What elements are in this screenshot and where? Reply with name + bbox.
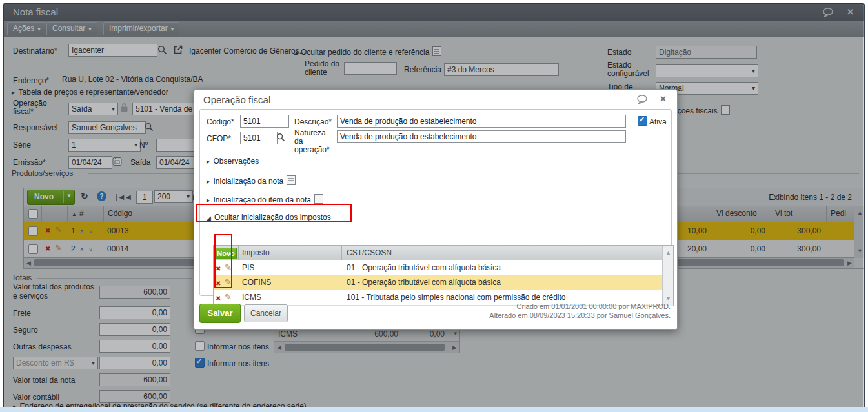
col-header-cst[interactable]: CST/CSOSN	[347, 248, 392, 257]
imposto-row[interactable]: COFINS 01 - Operação tributável com alíq…	[214, 275, 663, 291]
chat-icon[interactable]	[636, 95, 649, 106]
toggle-inicializacao-item-label: Inicialização do item da nota	[214, 195, 311, 204]
cell-divider	[238, 246, 239, 260]
codigo-label: Código*	[207, 117, 234, 126]
note-icon[interactable]	[314, 194, 323, 204]
toggle-inicializacao-nota[interactable]: Inicialização da nota	[207, 175, 296, 186]
impostos-table: Novo Imposto CST/CSOSN PIS 01 - Operação…	[213, 245, 674, 306]
operacao-fiscal-modal: Operação fiscal Código* 5101 Descrição* …	[194, 89, 678, 330]
descricao-label: Descrição*	[294, 117, 332, 126]
cfop-input[interactable]: 5101	[240, 132, 278, 144]
close-icon[interactable]	[660, 94, 667, 104]
cell-cst: 01 - Operação tributável com alíquota bá…	[347, 278, 501, 287]
toggle-observacoes[interactable]: Observações	[207, 157, 259, 166]
search-icon[interactable]	[276, 133, 285, 144]
cell-imposto: ICMS	[242, 293, 261, 302]
cancel-button[interactable]: Cancelar	[244, 304, 288, 322]
delete-row-icon[interactable]	[216, 293, 221, 302]
annotation-box-ocultar-impostos	[196, 204, 352, 222]
codigo-input[interactable]: 5101	[240, 115, 289, 128]
ativa-label: Ativa	[649, 117, 667, 126]
descricao-input[interactable]: Venda de produção do estabelecimento	[337, 115, 626, 128]
window-bottom-edge	[0, 407, 868, 412]
toggle-observacoes-label: Observações	[214, 157, 259, 166]
ativa-checkbox[interactable]	[638, 116, 647, 126]
cell-imposto: COFINS	[242, 278, 271, 287]
annotation-box-edit-icons	[214, 234, 232, 288]
impostos-table-header: Novo Imposto CST/CSOSN	[214, 246, 663, 261]
imposto-row[interactable]: PIS 01 - Operação tributável com alíquot…	[214, 260, 663, 276]
cell-imposto: PIS	[242, 263, 254, 272]
cancel-button-label: Cancelar	[250, 309, 281, 318]
audit-created-text: Criado em 01/01/2001 00:00:00 por MAXIPR…	[517, 302, 671, 310]
cfop-label: CFOP*	[207, 134, 231, 143]
toggle-inicializacao-item[interactable]: Inicialização do item da nota	[207, 194, 323, 204]
scroll-up-icon[interactable]: ▲	[665, 250, 671, 256]
vertical-scrollbar[interactable]: ▲ ▼	[662, 246, 673, 306]
modal-title: Operação fiscal	[203, 94, 270, 105]
audit-modified-text: Alterado em 08/09/2023 15:20:33 por Samu…	[489, 311, 671, 319]
natureza-operacao-label: Natureza da operação*	[294, 129, 332, 154]
cell-cst: 01 - Operação tributável com alíquota bá…	[347, 263, 501, 272]
save-button[interactable]: Salvar	[199, 304, 241, 323]
modal-content-box: Código* 5101 Descrição* Venda de produçã…	[199, 109, 672, 296]
edit-row-icon[interactable]	[225, 292, 232, 302]
cell-cst: 101 - Tributada pelo simples nacional co…	[347, 293, 566, 302]
cell-divider	[341, 246, 342, 260]
toggle-inicializacao-nota-label: Inicialização da nota	[214, 177, 284, 186]
note-icon[interactable]	[287, 175, 296, 185]
natureza-operacao-input[interactable]: Venda de produção do estabelecimento	[337, 130, 626, 143]
save-button-label: Salvar	[207, 308, 232, 318]
col-header-imposto[interactable]: Imposto	[242, 248, 270, 257]
scroll-down-icon[interactable]: ▼	[665, 295, 671, 302]
